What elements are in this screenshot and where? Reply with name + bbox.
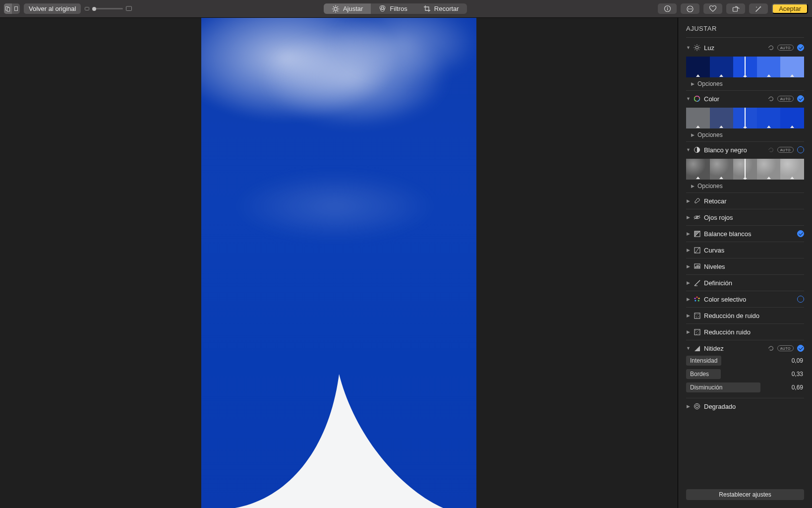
reset-color-button[interactable] xyxy=(768,96,774,102)
svg-point-65 xyxy=(696,405,698,408)
svg-line-29 xyxy=(695,49,695,50)
section-color: ▼ Color AUTO ▶Opciones xyxy=(686,91,804,142)
sharpen-intensity-label: Intensidad xyxy=(686,356,721,366)
tab-adjust[interactable]: Ajustar xyxy=(324,3,371,14)
reset-bw-button[interactable] xyxy=(768,147,774,153)
svg-rect-16 xyxy=(667,8,667,10)
section-noise1-label: Reducción de ruido xyxy=(704,312,804,319)
svg-point-22 xyxy=(696,46,698,49)
svg-rect-52 xyxy=(697,315,697,315)
bw-icon xyxy=(694,146,700,153)
toggle-sharpen[interactable] xyxy=(797,345,804,352)
disclosure-right-icon[interactable]: ▶ xyxy=(686,297,690,302)
reset-sharpen-button[interactable] xyxy=(768,345,774,351)
svg-rect-1 xyxy=(126,6,132,11)
section-levels: ▶ Niveles xyxy=(686,258,804,275)
bw-thumbs[interactable] xyxy=(686,159,804,180)
toggle-wb[interactable] xyxy=(797,230,804,237)
svg-rect-44 xyxy=(699,266,699,268)
tab-crop[interactable]: Recortar xyxy=(415,3,467,14)
toggle-selcolor[interactable] xyxy=(797,296,804,303)
svg-point-2 xyxy=(334,7,337,10)
disclosure-right-icon[interactable]: ▶ xyxy=(686,264,690,269)
section-vignette: ▶ Degradado xyxy=(686,398,804,414)
section-vignette-label: Degradado xyxy=(704,403,804,410)
vignette-icon xyxy=(694,403,700,410)
disclosure-right-icon[interactable]: ▶ xyxy=(686,313,690,318)
svg-point-45 xyxy=(696,296,697,298)
accept-button[interactable]: Aceptar xyxy=(772,3,808,14)
sharpen-falloff-row[interactable]: Disminución 0,69 xyxy=(686,381,804,393)
section-wb: ▶ Balance blancos xyxy=(686,226,804,242)
section-curves-label: Curvas xyxy=(704,247,804,254)
disclosure-down-icon[interactable]: ▼ xyxy=(686,45,690,50)
disclosure-right-icon[interactable]: ▶ xyxy=(686,280,690,285)
disclosure-right-icon[interactable]: ▶ xyxy=(686,215,690,220)
retouch-icon xyxy=(694,197,700,204)
disclosure-down-icon[interactable]: ▼ xyxy=(686,96,690,101)
sidebar: AJUSTAR ▼ Luz AUTO ▶Opciones xyxy=(678,18,812,508)
crop-icon xyxy=(423,5,431,12)
view-mode-seg[interactable] xyxy=(4,3,20,14)
svg-point-15 xyxy=(667,7,668,8)
auto-bw-button[interactable]: AUTO xyxy=(777,147,794,153)
more-button[interactable] xyxy=(681,3,699,14)
section-redeye: ▶ Ojos rojos xyxy=(686,209,804,226)
info-button[interactable] xyxy=(658,3,677,14)
disclosure-down-icon[interactable]: ▼ xyxy=(686,346,690,351)
canvas[interactable] xyxy=(0,18,678,508)
svg-point-64 xyxy=(695,404,700,409)
redeye-icon xyxy=(694,214,700,221)
disclosure-right-icon[interactable]: ▶ xyxy=(686,231,690,236)
light-options[interactable]: ▶Opciones xyxy=(686,78,804,87)
toggle-light[interactable] xyxy=(797,44,804,51)
svg-rect-42 xyxy=(696,265,697,268)
reset-all-button[interactable]: Restablecer ajustes xyxy=(686,489,804,500)
color-thumbs[interactable] xyxy=(686,108,804,128)
rotate-button[interactable] xyxy=(726,3,745,14)
svg-point-19 xyxy=(690,8,691,9)
toolbar: Volver al original Ajustar Filtros Recor… xyxy=(0,0,812,18)
sharpen-falloff-value: 0,69 xyxy=(760,384,804,391)
enhance-button[interactable] xyxy=(749,3,768,14)
favorite-button[interactable] xyxy=(703,3,722,14)
revert-button[interactable]: Volver al original xyxy=(24,3,81,14)
svg-point-18 xyxy=(688,8,689,9)
zoom-slider[interactable] xyxy=(93,8,123,9)
svg-rect-57 xyxy=(695,329,700,335)
section-noise2-label: Reducción ruido xyxy=(704,328,804,336)
svg-point-49 xyxy=(694,298,696,299)
svg-rect-21 xyxy=(733,7,738,11)
disclosure-right-icon[interactable]: ▶ xyxy=(686,404,690,409)
svg-point-47 xyxy=(698,300,699,301)
color-icon xyxy=(694,95,700,102)
svg-rect-56 xyxy=(696,318,697,318)
zoom-control[interactable] xyxy=(85,6,132,11)
edit-tabs: Ajustar Filtros Recortar xyxy=(324,3,467,14)
sharpen-intensity-row[interactable]: Intensidad 0,09 xyxy=(686,355,804,367)
auto-color-button[interactable]: AUTO xyxy=(777,96,794,102)
auto-light-button[interactable]: AUTO xyxy=(777,45,794,51)
reset-light-button[interactable] xyxy=(768,45,774,51)
filters-icon xyxy=(379,5,386,12)
sharpen-intensity-value: 0,09 xyxy=(721,357,804,364)
svg-point-20 xyxy=(691,8,692,9)
disclosure-right-icon[interactable]: ▶ xyxy=(686,248,690,253)
compare-single-icon[interactable] xyxy=(12,3,20,14)
tab-filters[interactable]: Filtros xyxy=(371,3,415,14)
section-noise2: ▶ Reducción ruido xyxy=(686,324,804,340)
disclosure-down-icon[interactable]: ▼ xyxy=(686,147,690,152)
color-options[interactable]: ▶Opciones xyxy=(686,129,804,138)
light-thumbs[interactable] xyxy=(686,57,804,77)
bw-options[interactable]: ▶Opciones xyxy=(686,181,804,190)
toggle-bw[interactable] xyxy=(797,146,804,153)
compare-split-icon[interactable] xyxy=(4,3,12,14)
disclosure-right-icon[interactable]: ▶ xyxy=(686,329,690,334)
curves-icon xyxy=(694,247,700,254)
sharpen-edges-row[interactable]: Bordes 0,33 xyxy=(686,368,804,380)
disclosure-right-icon[interactable]: ▶ xyxy=(686,198,690,203)
section-levels-label: Niveles xyxy=(704,263,804,270)
svg-rect-51 xyxy=(696,314,696,315)
auto-sharpen-button[interactable]: AUTO xyxy=(777,345,794,351)
toggle-color[interactable] xyxy=(797,95,804,102)
